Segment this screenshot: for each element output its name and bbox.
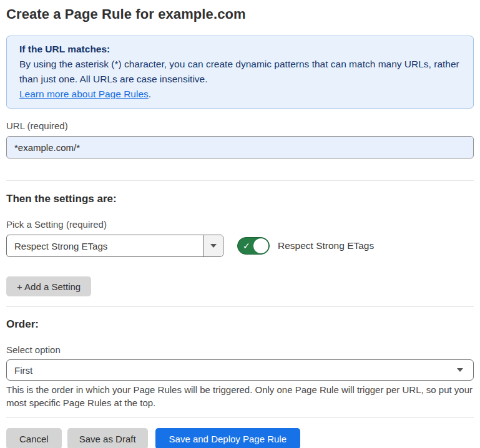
checkmark-icon: ✓: [243, 241, 250, 250]
link-suffix-text: .: [149, 89, 151, 99]
setting-select-value: Respect Strong ETags: [7, 235, 203, 256]
page-title: Create a Page Rule for example.com: [6, 6, 474, 22]
save-and-deploy-button[interactable]: Save and Deploy Page Rule: [155, 428, 300, 448]
setting-toggle-group: ✓ Respect Strong ETags: [237, 237, 374, 255]
toggle-label: Respect Strong ETags: [278, 240, 374, 251]
cancel-button[interactable]: Cancel: [6, 428, 62, 448]
order-select-label: Select option: [6, 344, 474, 355]
order-select[interactable]: First: [6, 359, 474, 381]
url-input[interactable]: [6, 136, 474, 158]
order-help-text: This is the order in which your Page Rul…: [6, 383, 474, 409]
info-box-link-line: Learn more about Page Rules.: [19, 87, 461, 102]
respect-strong-etags-toggle[interactable]: ✓: [237, 237, 270, 255]
url-match-info-box: If the URL matches: By using the asteris…: [6, 36, 474, 109]
section-divider: [6, 306, 474, 307]
url-field-label: URL (required): [6, 120, 474, 131]
footer-actions: Cancel Save as Draft Save and Deploy Pag…: [6, 428, 474, 448]
toggle-knob: [253, 238, 268, 253]
chevron-down-icon: [210, 244, 217, 248]
order-select-value: First: [14, 365, 32, 376]
info-box-heading: If the URL matches:: [19, 42, 461, 57]
learn-more-link[interactable]: Learn more about Page Rules: [19, 89, 149, 99]
section-divider: [6, 180, 474, 181]
pick-setting-label: Pick a Setting (required): [6, 219, 474, 230]
save-as-draft-button[interactable]: Save as Draft: [67, 428, 148, 448]
setting-row: Respect Strong ETags ✓ Respect Strong ET…: [6, 235, 474, 257]
setting-select-arrow-button[interactable]: [203, 235, 223, 256]
order-section-heading: Order:: [6, 318, 474, 331]
info-box-body: By using the asterisk (*) character, you…: [19, 57, 461, 87]
footer-divider: [6, 417, 474, 418]
settings-section-heading: Then the settings are:: [6, 193, 474, 205]
add-setting-button[interactable]: + Add a Setting: [6, 276, 91, 296]
chevron-down-icon: [457, 368, 463, 372]
setting-select[interactable]: Respect Strong ETags: [6, 235, 223, 257]
